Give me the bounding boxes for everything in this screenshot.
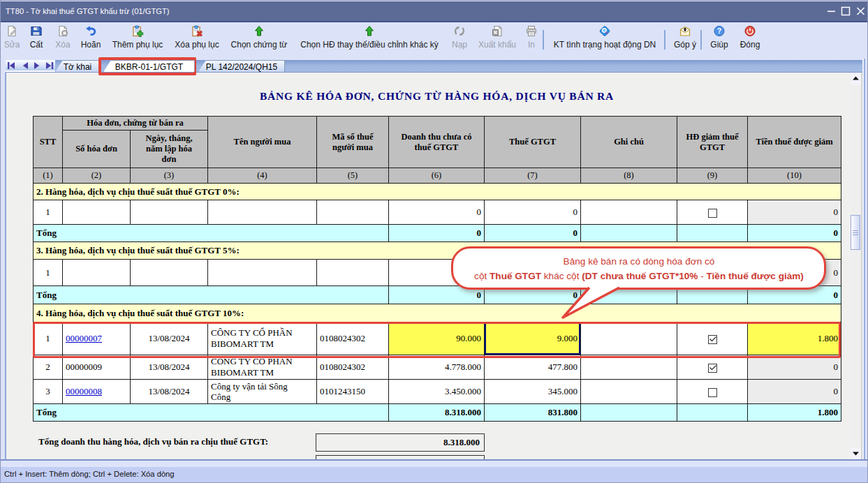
svg-text:?: ?: [717, 27, 721, 35]
